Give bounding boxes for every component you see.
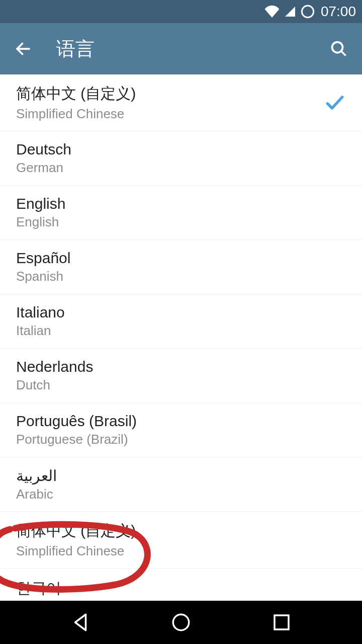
status-bar: 07:00 [0, 0, 362, 23]
language-primary-label: العربية [16, 467, 57, 485]
nav-back-icon[interactable] [70, 612, 91, 633]
back-icon[interactable] [14, 40, 32, 58]
svg-point-2 [332, 42, 343, 53]
language-secondary-label: Italian [16, 323, 65, 339]
language-secondary-label: English [16, 214, 65, 230]
language-item-simplified-chinese-custom-2[interactable]: 简体中文 (自定义) Simplified Chinese [0, 512, 362, 569]
status-time: 07:00 [321, 4, 356, 20]
language-item-korean[interactable]: 한국어 [0, 569, 362, 599]
language-list-container: 简体中文 (自定义) Simplified Chinese Deutsch Ge… [0, 74, 362, 601]
language-primary-label: 简体中文 (自定义) [16, 84, 136, 104]
language-primary-label: 한국어 [16, 578, 61, 599]
language-item-portugues-brasil[interactable]: Português (Brasil) Portuguese (Brazil) [0, 403, 362, 457]
svg-point-0 [302, 6, 313, 17]
nav-home-icon[interactable] [170, 612, 192, 633]
language-item-espanol[interactable]: Español Spanish [0, 240, 362, 294]
language-secondary-label: German [16, 160, 71, 176]
svg-line-3 [341, 51, 346, 56]
nav-recent-icon[interactable] [271, 612, 292, 633]
language-item-italiano[interactable]: Italiano Italian [0, 294, 362, 349]
app-bar: 语言 [0, 23, 362, 74]
language-list: 简体中文 (自定义) Simplified Chinese Deutsch Ge… [0, 74, 362, 599]
language-secondary-label: Dutch [16, 377, 93, 393]
language-primary-label: Nederlands [16, 358, 93, 375]
language-item-simplified-chinese-custom[interactable]: 简体中文 (自定义) Simplified Chinese [0, 74, 362, 131]
language-item-arabic[interactable]: العربية Arabic [0, 457, 362, 512]
language-primary-label: Italiano [16, 304, 65, 321]
check-icon [324, 92, 346, 114]
language-item-nederlands[interactable]: Nederlands Dutch [0, 349, 362, 403]
language-secondary-label: Portuguese (Brazil) [16, 432, 137, 447]
language-primary-label: 简体中文 (自定义) [16, 521, 136, 541]
circle-icon [301, 5, 315, 19]
language-primary-label: Español [16, 250, 70, 267]
language-secondary-label: Spanish [16, 269, 70, 284]
language-primary-label: Português (Brasil) [16, 413, 137, 430]
signal-icon [284, 6, 297, 18]
language-item-deutsch[interactable]: Deutsch German [0, 131, 362, 186]
search-icon[interactable] [330, 40, 348, 58]
language-primary-label: English [16, 195, 65, 212]
svg-point-4 [173, 614, 189, 630]
language-item-english[interactable]: English English [0, 186, 362, 240]
wifi-icon [264, 6, 280, 18]
svg-rect-5 [275, 615, 289, 629]
language-secondary-label: Arabic [16, 487, 57, 502]
page-title: 语言 [56, 36, 330, 62]
navigation-bar [0, 601, 362, 644]
language-primary-label: Deutsch [16, 141, 71, 158]
language-secondary-label: Simplified Chinese [16, 543, 136, 559]
language-secondary-label: Simplified Chinese [16, 106, 136, 122]
